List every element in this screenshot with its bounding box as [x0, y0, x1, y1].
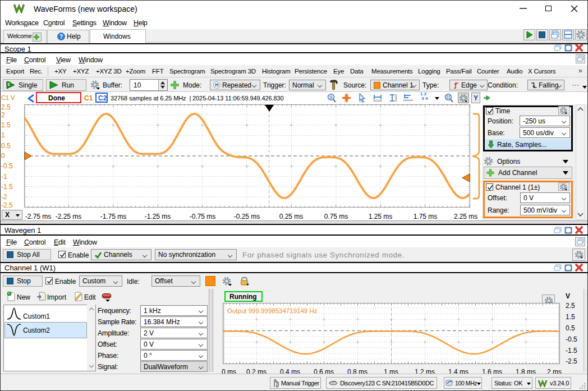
svg-text:1: 1: [7, 82, 10, 87]
svg-text:1: 1: [330, 95, 332, 99]
svg-text:?: ?: [59, 34, 63, 40]
